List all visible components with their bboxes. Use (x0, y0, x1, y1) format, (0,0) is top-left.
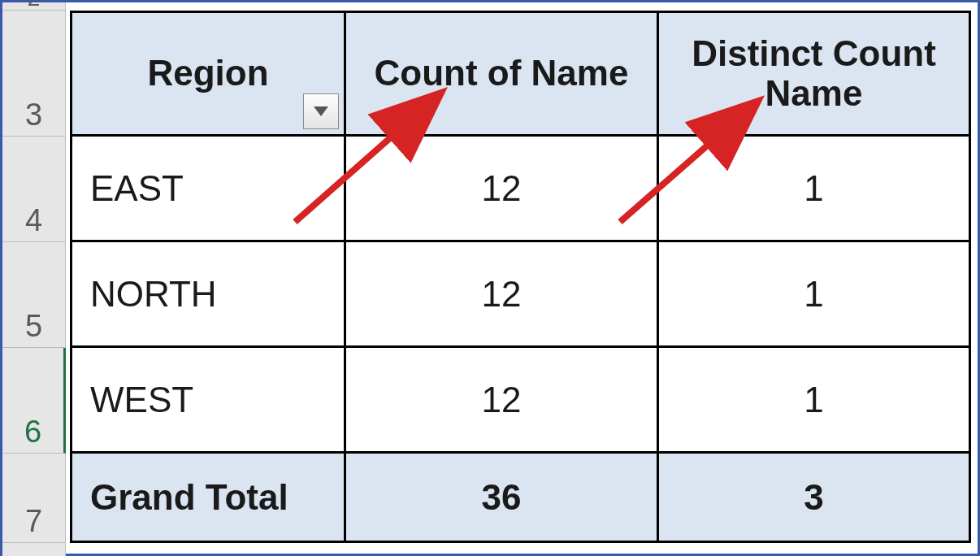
cell-region-north[interactable]: NORTH (70, 242, 346, 348)
header-distinct-count-name[interactable]: Distinct Count Name (659, 11, 971, 137)
cell-distinct-east-text: 1 (804, 168, 823, 209)
chevron-down-icon (314, 106, 328, 116)
cell-count-north-text: 12 (482, 274, 522, 315)
cell-region-west[interactable]: WEST (70, 348, 346, 454)
cell-count-west-text: 12 (482, 380, 522, 420)
row-gutter-5[interactable]: 5 (2, 242, 66, 348)
cell-count-east-text: 12 (482, 168, 522, 209)
cell-grand-total-count[interactable]: 36 (346, 454, 659, 543)
row-number-5: 5 (25, 309, 42, 344)
cell-distinct-north-text: 1 (804, 274, 823, 315)
row-gutter-6[interactable]: 6 (2, 348, 66, 454)
grand-total-count-text: 36 (482, 477, 522, 518)
cell-region-east-text: EAST (90, 168, 184, 209)
cell-grand-total-distinct[interactable]: 3 (659, 454, 971, 543)
row-number-7: 7 (25, 504, 42, 539)
header-distinct-label: Distinct Count Name (672, 34, 956, 113)
cell-count-east[interactable]: 12 (346, 137, 659, 242)
cell-grand-total-label[interactable]: Grand Total (70, 454, 346, 543)
row-gutter-8-slice[interactable] (2, 543, 66, 556)
row2-slice (70, 2, 971, 11)
cell-region-east[interactable]: EAST (70, 137, 346, 242)
cell-distinct-north[interactable]: 1 (659, 242, 971, 348)
row-gutter-7[interactable]: 7 (2, 454, 66, 543)
cell-distinct-west-text: 1 (804, 380, 823, 420)
row-number-6: 6 (24, 415, 41, 450)
filter-dropdown-button[interactable] (303, 93, 339, 129)
cell-region-west-text: WEST (90, 380, 193, 420)
row-number-4: 4 (25, 203, 42, 238)
cell-distinct-west[interactable]: 1 (659, 348, 971, 454)
cell-distinct-east[interactable]: 1 (659, 137, 971, 242)
grand-total-label-text: Grand Total (90, 477, 288, 518)
grand-total-distinct-text: 3 (804, 477, 823, 518)
row-number-3: 3 (25, 98, 42, 132)
svg-marker-0 (314, 106, 328, 116)
header-region[interactable]: Region (70, 11, 346, 137)
header-region-label: Region (147, 54, 268, 93)
row-number-2: 2 (28, 0, 41, 11)
header-count-of-name[interactable]: Count of Name (346, 11, 659, 137)
row-gutter-4[interactable]: 4 (2, 137, 66, 242)
row-gutter-3[interactable]: 3 (2, 11, 66, 137)
cell-count-north[interactable]: 12 (346, 242, 659, 348)
row-gutter-2-slice[interactable]: 2 (2, 2, 66, 11)
header-count-label: Count of Name (375, 54, 629, 93)
cell-region-north-text: NORTH (90, 274, 217, 315)
cell-count-west[interactable]: 12 (346, 348, 659, 454)
